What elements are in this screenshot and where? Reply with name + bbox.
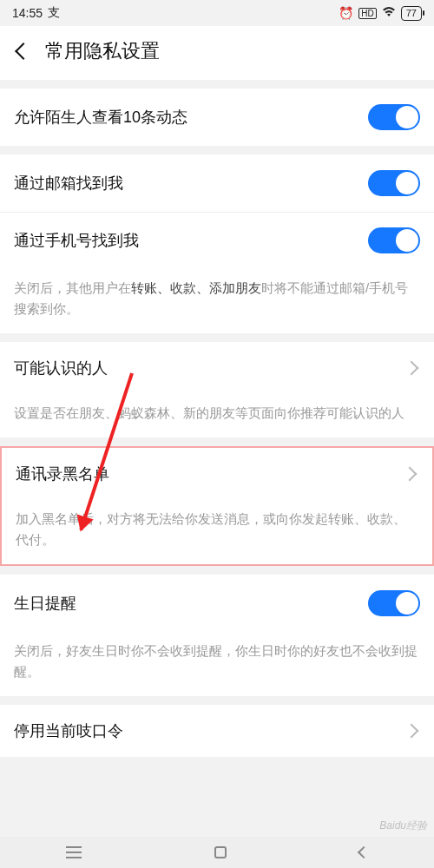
page-header: 常用隐私设置: [0, 26, 434, 80]
chevron-right-icon: [404, 724, 419, 739]
hd-icon: HD: [358, 8, 376, 19]
hint-find: 关闭后，其他用户在转账、收款、添加朋友时将不能通过邮箱/手机号搜索到你。: [0, 269, 434, 333]
chevron-right-icon: [404, 361, 419, 376]
row-blacklist-highlighted: 通讯录黑名单 加入黑名单后，对方将无法给你发送消息，或向你发起转账、收款、代付。: [0, 446, 434, 566]
switch-toggle[interactable]: [368, 104, 420, 130]
row-label: 生日提醒: [14, 593, 76, 614]
nav-back-icon[interactable]: [358, 846, 370, 858]
row-possible-contacts[interactable]: 可能认识的人: [0, 342, 434, 394]
wifi-icon: [382, 6, 396, 20]
switch-toggle[interactable]: [368, 590, 420, 616]
switch-toggle[interactable]: [368, 227, 420, 253]
row-birthday[interactable]: 生日提醒: [0, 575, 434, 632]
back-icon[interactable]: [15, 43, 32, 60]
row-find-by-email[interactable]: 通过邮箱找到我: [0, 155, 434, 212]
status-bar: 14:55 支 ⏰ HD 77: [0, 0, 434, 26]
row-disable-phrase[interactable]: 停用当前吱口令: [0, 705, 434, 757]
nav-recent-icon[interactable]: [66, 852, 82, 853]
row-blacklist[interactable]: 通讯录黑名单: [2, 448, 432, 500]
row-label: 允许陌生人查看10条动态: [14, 107, 187, 128]
alipay-icon: 支: [48, 5, 60, 21]
row-label: 通过手机号找到我: [14, 230, 139, 251]
row-find-by-phone[interactable]: 通过手机号找到我: [0, 212, 434, 269]
row-label: 停用当前吱口令: [14, 720, 123, 741]
row-label: 通讯录黑名单: [16, 464, 109, 484]
watermark: Baidu经验: [379, 819, 427, 833]
hint-blacklist: 加入黑名单后，对方将无法给你发送消息，或向你发起转账、收款、代付。: [2, 500, 432, 564]
android-nav-bar: [0, 837, 434, 868]
row-label: 可能认识的人: [14, 358, 108, 378]
alarm-icon: ⏰: [339, 6, 353, 20]
switch-toggle[interactable]: [368, 170, 420, 196]
page-title: 常用隐私设置: [45, 38, 160, 64]
row-stranger-feed[interactable]: 允许陌生人查看10条动态: [0, 89, 434, 146]
nav-home-icon[interactable]: [214, 846, 227, 858]
row-label: 通过邮箱找到我: [14, 173, 123, 194]
status-time: 14:55: [12, 6, 43, 20]
battery-icon: 77: [401, 6, 422, 21]
hint-birthday: 关闭后，好友生日时你不会收到提醒，你生日时你的好友也不会收到提醒。: [0, 632, 434, 696]
hint-possible-contacts: 设置是否在朋友、蚂蚁森林、新的朋友等页面向你推荐可能认识的人: [0, 394, 434, 437]
chevron-right-icon: [403, 467, 418, 482]
